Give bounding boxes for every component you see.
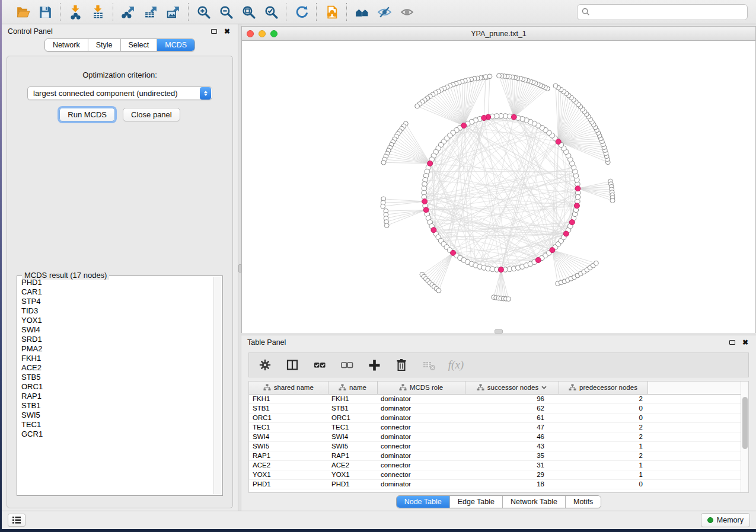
splitter-grip[interactable] (495, 329, 503, 334)
table-row[interactable]: SWI5SWI5connector431 (249, 441, 741, 451)
horizontal-splitter[interactable] (241, 333, 756, 335)
column-header-successor-nodes[interactable]: successor nodes (465, 382, 559, 394)
mcds-result-item[interactable]: RAP1 (18, 392, 213, 401)
share-document-icon (324, 5, 339, 20)
main-toolbar (2, 0, 756, 24)
zoom-out-button[interactable] (216, 2, 235, 21)
memory-status-icon (707, 517, 713, 523)
table-row[interactable]: FKH1FKH1dominator962 (249, 394, 741, 403)
table-row[interactable]: ACE2ACE2connector311 (249, 460, 741, 470)
criterion-dropdown[interactable]: largest connected component (undirected) (27, 86, 212, 100)
mcds-result-item[interactable]: PHD1 (18, 278, 213, 287)
zoom-selected-icon (264, 5, 279, 20)
table-row[interactable]: SWI4SWI4dominator462 (249, 432, 741, 441)
zoom-out-icon (219, 5, 234, 20)
mcds-result-list[interactable]: PHD1CAR1STP4TID3YOX1SWI4SRD1PMA2FKH1ACE2… (18, 278, 213, 494)
memory-button[interactable]: Memory (701, 513, 750, 527)
column-header-name[interactable]: name (328, 382, 377, 394)
mcds-result-item[interactable]: STB5 (18, 373, 213, 382)
mcds-result-item[interactable]: TEC1 (18, 420, 213, 430)
table-row[interactable]: STB1STB1dominator620 (249, 403, 741, 413)
scrollbar-thumb[interactable] (742, 397, 748, 449)
mcds-result-item[interactable]: STB1 (18, 401, 213, 411)
export-image-icon (166, 5, 181, 20)
run-mcds-button[interactable]: Run MCDS (59, 108, 115, 121)
import-table-button[interactable] (88, 2, 107, 21)
export-network-icon (121, 5, 136, 20)
window-minimize-button[interactable] (259, 30, 266, 37)
mcds-result-item[interactable]: FKH1 (18, 354, 213, 363)
window-maximize-button[interactable] (270, 30, 277, 37)
search-input[interactable] (593, 8, 743, 17)
zoom-selected-button[interactable] (261, 2, 280, 21)
save-session-button[interactable] (36, 2, 55, 21)
share-document-button[interactable] (322, 2, 341, 21)
show-all-button[interactable] (397, 2, 416, 21)
table-row[interactable]: TEC1TEC1connector472 (249, 422, 741, 432)
tab-mcds[interactable]: MCDS (157, 39, 194, 51)
window-close-button[interactable] (247, 30, 254, 37)
control-panel-close-button[interactable]: ✖ (222, 27, 232, 36)
network-canvas[interactable] (242, 41, 755, 333)
function-builder-button: f(x) (448, 357, 464, 373)
column-header-MCDS-role[interactable]: MCDS role (377, 382, 465, 394)
import-network-icon (68, 5, 83, 20)
mcds-result-item[interactable]: TID3 (18, 306, 213, 316)
network-window-title: YPA_prune.txt_1 (242, 30, 755, 38)
mcds-result-item[interactable]: YOX1 (18, 316, 213, 325)
control-panel-float-button[interactable] (209, 27, 219, 36)
hide-selected-button[interactable] (375, 2, 394, 21)
vertical-splitter[interactable] (238, 24, 241, 511)
refresh-button[interactable] (292, 2, 311, 21)
column-settings-icon (259, 358, 272, 371)
tab-style[interactable]: Style (88, 39, 120, 51)
export-network-button[interactable] (119, 2, 138, 21)
mcds-result-item[interactable]: GCR1 (18, 430, 213, 439)
tab-motifs[interactable]: Motifs (565, 496, 601, 508)
add-column-button[interactable] (366, 357, 382, 373)
mcds-result-item[interactable]: SRD1 (18, 335, 213, 344)
table-panel-close-button[interactable]: ✖ (741, 338, 750, 347)
tab-network[interactable]: Network (45, 39, 88, 51)
mcds-result-item[interactable]: STP4 (18, 297, 213, 306)
select-all-button[interactable] (312, 357, 327, 373)
node-table: shared namenameMCDS rolesuccessor nodesp… (248, 381, 749, 493)
zoom-in-button[interactable] (194, 2, 213, 21)
attribute-type-icon (399, 384, 407, 391)
mcds-result-item[interactable]: SWI4 (18, 325, 213, 335)
export-image-button[interactable] (164, 2, 183, 21)
tab-node-table[interactable]: Node Table (397, 496, 449, 508)
tab-select[interactable]: Select (120, 39, 157, 51)
open-session-button[interactable] (13, 2, 32, 21)
tab-network-table[interactable]: Network Table (502, 496, 565, 508)
import-table-icon (91, 5, 106, 20)
table-panel-float-button[interactable] (728, 338, 737, 347)
table-row[interactable]: YOX1YOX1connector291 (249, 470, 741, 479)
show-columns-icon (286, 358, 299, 371)
tab-edge-table[interactable]: Edge Table (449, 496, 502, 508)
export-table-button[interactable] (141, 2, 160, 21)
table-row[interactable]: RAP1RAP1dominator352 (249, 451, 741, 460)
mcds-result-item[interactable]: ORC1 (18, 382, 213, 392)
table-scrollbar[interactable] (741, 382, 748, 492)
delete-column-button[interactable] (394, 357, 409, 373)
import-network-button[interactable] (66, 2, 85, 21)
zoom-fit-button[interactable] (239, 2, 258, 21)
column-header-predecessor-nodes[interactable]: predecessor nodes (559, 382, 647, 394)
table-row[interactable]: ORC1ORC1dominator610 (249, 413, 741, 422)
mcds-result-item[interactable]: CAR1 (18, 287, 213, 297)
deselect-all-button[interactable] (339, 357, 355, 373)
first-neighbors-button[interactable] (352, 2, 371, 21)
show-panels-button[interactable] (8, 514, 25, 527)
mcds-result-item[interactable]: ACE2 (18, 363, 213, 373)
mcds-result-item[interactable]: SWI5 (18, 411, 213, 420)
splitter-grip[interactable] (238, 264, 242, 273)
mcds-list-scrollbar[interactable] (213, 277, 221, 494)
search-box[interactable] (577, 4, 748, 20)
show-columns-button[interactable] (285, 357, 300, 373)
column-header-shared-name[interactable]: shared name (249, 382, 328, 394)
table-row[interactable]: PHD1PHD1dominator180 (249, 479, 741, 489)
close-panel-button[interactable]: Close panel (123, 108, 180, 121)
mcds-result-item[interactable]: PMA2 (18, 344, 213, 354)
column-settings-button[interactable] (257, 357, 273, 373)
